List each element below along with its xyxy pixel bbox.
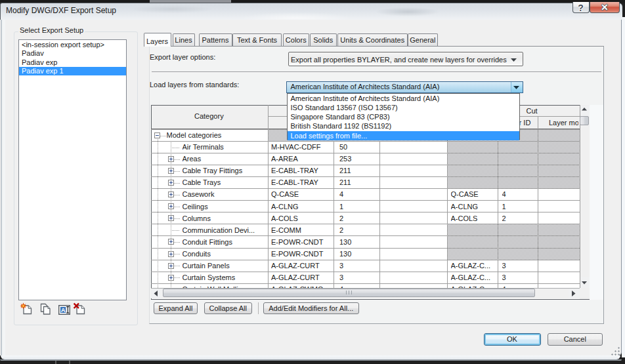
svg-text:A: A bbox=[61, 306, 66, 313]
